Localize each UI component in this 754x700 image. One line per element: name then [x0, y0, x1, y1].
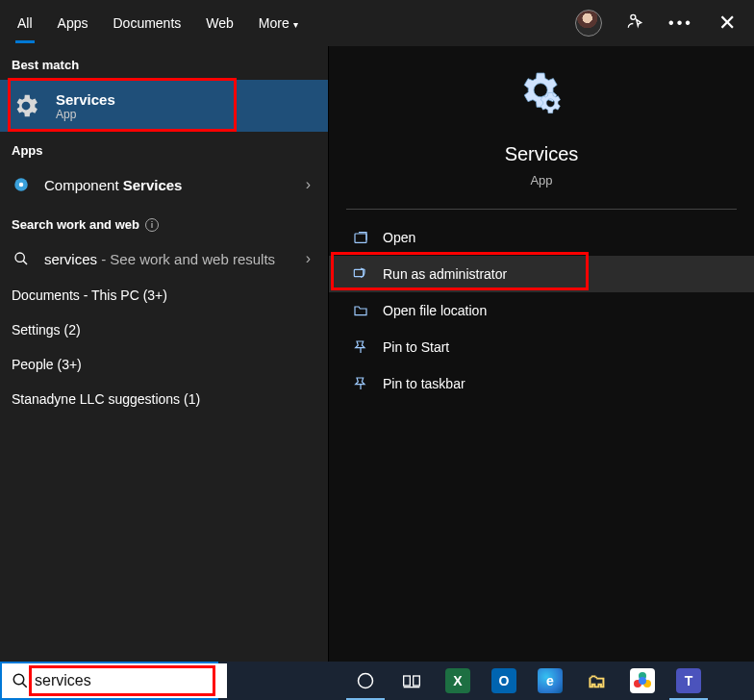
preview-title: Services	[505, 143, 579, 165]
search-work-web-header: Search work and web i	[0, 204, 328, 239]
people-results[interactable]: People (3+)	[0, 347, 328, 382]
svg-point-6	[13, 674, 24, 685]
gear-icon	[513, 67, 570, 136]
svg-point-2	[19, 183, 24, 188]
svg-rect-9	[414, 676, 420, 686]
svg-rect-4	[355, 234, 366, 242]
feedback-icon[interactable]	[621, 12, 648, 35]
web-result-services[interactable]: services - See work and web results ›	[0, 239, 328, 278]
search-box[interactable]	[0, 662, 218, 700]
close-icon[interactable]: ✕	[714, 11, 741, 36]
preview-subtitle: App	[530, 173, 552, 188]
chevron-right-icon: ›	[306, 250, 316, 267]
documents-this-pc[interactable]: Documents - This PC (3+)	[0, 278, 328, 312]
best-match-header: Best match	[0, 46, 328, 80]
taskbar-teams[interactable]: T	[666, 662, 711, 700]
taskbar-chrome[interactable]	[620, 662, 665, 700]
tab-documents[interactable]: Documents	[103, 5, 190, 41]
component-icon	[12, 175, 31, 194]
web-result-label: services - See work and web results	[44, 251, 275, 267]
stanadyne-suggestions[interactable]: Stanadyne LLC suggestions (1)	[0, 382, 328, 416]
search-input[interactable]	[2, 663, 227, 698]
action-pin-to-start[interactable]: Pin to Start	[329, 329, 754, 365]
settings-results[interactable]: Settings (2)	[0, 312, 328, 347]
more-options-icon[interactable]: •••	[667, 14, 694, 32]
result-services[interactable]: Services App	[0, 80, 328, 132]
search-tabs: All Apps Documents Web More▾ ••• ✕	[0, 0, 754, 46]
svg-rect-5	[354, 269, 363, 276]
tab-web[interactable]: Web	[196, 5, 243, 41]
action-pin-to-taskbar[interactable]: Pin to taskbar	[329, 365, 754, 402]
gear-icon	[10, 89, 42, 122]
taskbar-edge[interactable]: e	[528, 662, 572, 700]
separator	[346, 209, 737, 210]
result-label: Component Services	[44, 177, 182, 193]
chevron-right-icon: ›	[306, 176, 316, 193]
action-open-file-location[interactable]: Open file location	[329, 292, 754, 329]
result-component-services[interactable]: Component Services ›	[0, 165, 328, 204]
tab-more[interactable]: More▾	[249, 5, 308, 41]
svg-point-0	[631, 14, 636, 19]
svg-point-7	[359, 674, 373, 688]
open-icon	[352, 229, 369, 246]
apps-header: Apps	[0, 132, 328, 165]
tab-apps[interactable]: Apps	[48, 5, 98, 41]
action-open[interactable]: Open	[329, 219, 754, 256]
svg-rect-8	[404, 676, 411, 686]
pin-icon	[352, 338, 369, 356]
pin-icon	[352, 375, 369, 392]
search-icon	[12, 249, 31, 268]
avatar[interactable]	[575, 10, 602, 37]
taskbar-file-explorer[interactable]: 🗂	[574, 662, 618, 700]
svg-point-3	[15, 253, 24, 262]
preview-panel: Services App Open Run as administrator O…	[328, 46, 754, 662]
chevron-down-icon: ▾	[293, 19, 298, 30]
tab-all[interactable]: All	[8, 5, 42, 41]
search-icon	[12, 672, 29, 694]
taskbar: X O e 🗂 T	[218, 662, 754, 700]
admin-icon	[352, 265, 369, 283]
taskbar-cortana[interactable]	[343, 662, 388, 700]
results-panel: Best match Services App Apps Component S…	[0, 46, 328, 662]
taskbar-task-view[interactable]	[390, 662, 434, 700]
result-name: Services	[56, 91, 115, 108]
action-run-as-administrator[interactable]: Run as administrator	[329, 256, 754, 292]
folder-icon	[352, 302, 369, 319]
taskbar-outlook[interactable]: O	[482, 662, 526, 700]
result-sub: App	[56, 108, 115, 121]
taskbar-excel[interactable]: X	[436, 662, 480, 700]
info-icon[interactable]: i	[145, 218, 159, 232]
